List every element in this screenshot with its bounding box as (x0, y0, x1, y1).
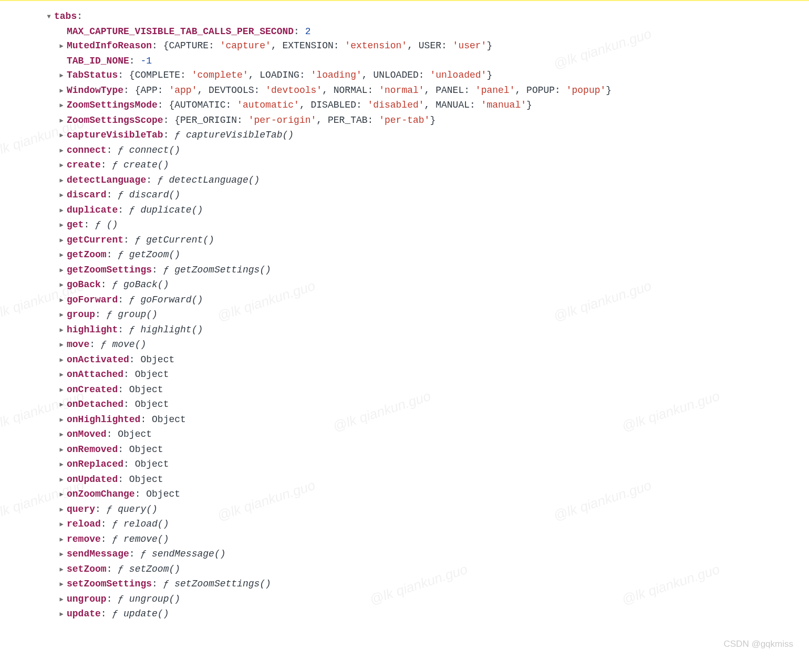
chevron-right-icon[interactable]: ▶ (58, 533, 65, 548)
comma: , (515, 85, 526, 96)
tree-row[interactable]: ▶setZoomSettings: ƒ setZoomSettings() (58, 577, 611, 592)
enum-key: NORMAL (334, 85, 368, 96)
chevron-right-icon[interactable]: ▶ (58, 278, 65, 293)
chevron-right-icon[interactable]: ▶ (58, 428, 65, 443)
enum-key: PANEL (435, 85, 464, 96)
tree-root-row[interactable]: ▼tabs: (45, 9, 611, 25)
tree-row[interactable]: ▶query: ƒ query() (58, 502, 611, 518)
property-key: sendMessage (67, 549, 129, 559)
chevron-right-icon[interactable]: ▶ (58, 578, 65, 592)
tree-row[interactable]: ▶group: ƒ group() (58, 308, 611, 323)
chevron-right-icon[interactable]: ▶ (58, 338, 65, 353)
tree-row[interactable]: ▶move: ƒ move() (58, 338, 611, 353)
colon: : (464, 85, 475, 96)
tree-row[interactable]: ▶getZoomSettings: ƒ getZoomSettings() (58, 263, 611, 278)
tree-row[interactable]: ▶duplicate: ƒ duplicate() (58, 203, 611, 218)
chevron-right-icon[interactable]: ▶ (58, 548, 65, 562)
chevron-right-icon[interactable]: ▶ (58, 159, 65, 173)
chevron-right-icon[interactable]: ▶ (58, 518, 65, 532)
chevron-right-icon[interactable]: ▶ (58, 383, 65, 398)
tree-row[interactable]: TAB_ID_NONE: -1 (58, 54, 611, 69)
chevron-right-icon[interactable]: ▶ (58, 398, 65, 413)
chevron-right-icon[interactable]: ▶ (58, 129, 65, 143)
enum-value: 'normal' (379, 85, 424, 96)
tree-row[interactable]: ▶connect: ƒ connect() (58, 143, 611, 159)
chevron-right-icon[interactable]: ▶ (58, 174, 65, 188)
chevron-right-icon[interactable]: ▶ (58, 503, 65, 518)
tree-row[interactable]: MAX_CAPTURE_VISIBLE_TAB_CALLS_PER_SECOND… (58, 25, 611, 39)
tree-row[interactable]: ▶remove: ƒ remove() (58, 532, 611, 548)
tree-row[interactable]: ▶onRemoved: Object (58, 443, 611, 458)
tree-row[interactable]: ▶onHighlighted: Object (58, 413, 611, 428)
tree-row[interactable]: ▶get: ƒ () (58, 218, 611, 233)
chevron-right-icon[interactable]: ▶ (58, 563, 65, 578)
chevron-right-icon[interactable]: ▶ (58, 293, 65, 308)
chevron-right-icon[interactable]: ▶ (58, 218, 65, 233)
tree-row[interactable]: ▶sendMessage: ƒ sendMessage() (58, 547, 611, 562)
chevron-right-icon[interactable]: ▶ (58, 204, 65, 218)
property-key: get (67, 219, 84, 230)
enum-value: 'unloaded' (430, 70, 486, 80)
function-icon: ƒ (112, 160, 118, 170)
colon: : (123, 399, 135, 410)
colon: : (129, 549, 141, 559)
chevron-right-icon[interactable]: ▶ (58, 69, 65, 83)
tree-row[interactable]: ▶onAttached: Object (58, 368, 611, 383)
tree-row[interactable]: ▶TabStatus: {COMPLETE: 'complete', LOADI… (58, 68, 611, 83)
tree-row[interactable]: ▶onActivated: Object (58, 353, 611, 368)
comma: , (362, 70, 374, 80)
function-icon: ƒ (112, 534, 118, 544)
tree-row[interactable]: ▶highlight: ƒ highlight() (58, 323, 611, 338)
tree-row[interactable]: ▶goBack: ƒ goBack() (58, 278, 611, 293)
enum-key: PER_ORIGIN (180, 115, 237, 125)
chevron-right-icon[interactable]: ▶ (58, 308, 65, 323)
chevron-right-icon[interactable]: ▶ (58, 248, 65, 263)
chevron-right-icon[interactable]: ▶ (58, 488, 65, 502)
tree-row[interactable]: ▶MutedInfoReason: {CAPTURE: 'capture', E… (58, 39, 611, 54)
chevron-right-icon[interactable]: ▶ (58, 39, 65, 54)
enum-value: 'automatic' (237, 100, 299, 110)
tree-row[interactable]: ▶getZoom: ƒ getZoom() (58, 248, 611, 263)
chevron-right-icon[interactable]: ▶ (58, 368, 65, 383)
tree-row[interactable]: ▶WindowType: {APP: 'app', DEVTOOLS: 'dev… (58, 83, 611, 99)
tree-row[interactable]: ▶ZoomSettingsMode: {AUTOMATIC: 'automati… (58, 98, 611, 113)
chevron-right-icon[interactable]: ▶ (58, 99, 65, 113)
tree-row[interactable]: ▶onReplaced: Object (58, 457, 611, 472)
tree-row[interactable]: ▶goForward: ƒ goForward() (58, 293, 611, 308)
chevron-right-icon[interactable]: ▶ (58, 84, 65, 99)
chevron-right-icon[interactable]: ▶ (58, 144, 65, 159)
function-name: sendMessage() (152, 549, 225, 559)
chevron-right-icon[interactable]: ▶ (58, 413, 65, 428)
tree-row[interactable]: ▶ungroup: ƒ ungroup() (58, 592, 611, 607)
chevron-down-icon[interactable]: ▼ (45, 10, 53, 25)
tree-row[interactable]: ▶update: ƒ update() (58, 607, 611, 622)
tree-row[interactable]: ▶reload: ƒ reload() (58, 517, 611, 532)
tree-row[interactable]: ▶setZoom: ƒ setZoom() (58, 562, 611, 578)
function-name: ungroup() (129, 594, 180, 604)
chevron-right-icon[interactable]: ▶ (58, 458, 65, 472)
chevron-right-icon[interactable]: ▶ (58, 443, 65, 458)
tree-row[interactable]: ▶detectLanguage: ƒ detectLanguage() (58, 173, 611, 188)
tree-row[interactable]: ▶onUpdated: Object (58, 472, 611, 488)
chevron-right-icon[interactable]: ▶ (58, 473, 65, 488)
chevron-right-icon[interactable]: ▶ (58, 114, 65, 129)
chevron-right-icon[interactable]: ▶ (58, 607, 65, 622)
tree-row[interactable]: ▶onMoved: Object (58, 427, 611, 443)
object-word: Object (140, 354, 174, 365)
tree-row[interactable]: ▶captureVisibleTab: ƒ captureVisibleTab(… (58, 128, 611, 143)
tree-row[interactable]: ▶onDetached: Object (58, 397, 611, 413)
tree-row[interactable]: ▶create: ƒ create() (58, 158, 611, 173)
chevron-right-icon[interactable]: ▶ (58, 188, 65, 203)
tree-row[interactable]: ▶ZoomSettingsScope: {PER_ORIGIN: 'per-or… (58, 113, 611, 129)
tree-row[interactable]: ▶onZoomChange: Object (58, 487, 611, 502)
chevron-right-icon[interactable]: ▶ (58, 323, 65, 338)
chevron-right-icon[interactable]: ▶ (58, 593, 65, 607)
property-key: MAX_CAPTURE_VISIBLE_TAB_CALLS_PER_SECOND (67, 26, 294, 37)
tree-row[interactable]: ▶discard: ƒ discard() (58, 188, 611, 203)
chevron-right-icon[interactable]: ▶ (58, 234, 65, 248)
chevron-right-icon[interactable]: ▶ (58, 353, 65, 368)
tree-row[interactable]: ▶onCreated: Object (58, 383, 611, 398)
chevron-right-icon[interactable]: ▶ (58, 264, 65, 278)
tree-row[interactable]: ▶getCurrent: ƒ getCurrent() (58, 233, 611, 248)
enum-value: 'app' (169, 85, 197, 96)
